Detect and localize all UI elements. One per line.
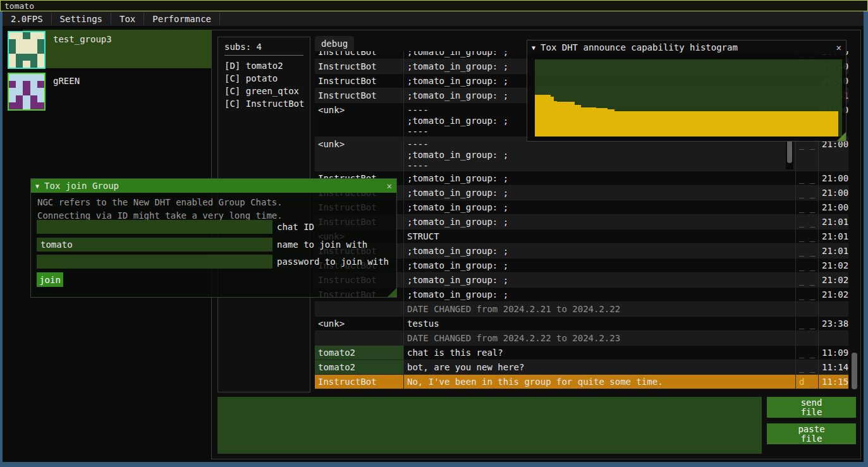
menu-bar: 2.0FPSSettingsToxPerformance [3, 11, 864, 26]
menu-separator [219, 13, 220, 25]
join-button[interactable]: join [37, 272, 63, 287]
chat-scrollbar[interactable] [852, 37, 857, 389]
delivery-indicator: _ _ [795, 171, 818, 185]
chat-row[interactable]: tomato2chat is this real?_ _11:09 [315, 346, 848, 360]
delivery-indicator: _ _ [795, 137, 818, 171]
date-change-row[interactable]: DATE CHANGED from 2024.2.21 to 2024.2.22 [315, 302, 848, 317]
menu-item-performance[interactable]: Performance [144, 11, 219, 26]
message-text: No, I've been in this group for quite so… [403, 375, 795, 389]
delivery-indicator: _ _ [795, 288, 818, 301]
join-name-input[interactable] [37, 238, 272, 252]
message-cell-scrollbar[interactable] [786, 139, 793, 169]
resize-grip[interactable] [388, 288, 396, 297]
delivery-indicator [795, 302, 818, 316]
member-item[interactable]: [C] InstructBot [224, 97, 303, 110]
join-group-titlebar[interactable]: ▼ Tox join Group ✕ [31, 179, 396, 193]
menu-item-2.0fps[interactable]: 2.0FPS [3, 11, 51, 26]
delivery-indicator: _ _ [795, 200, 818, 214]
resize-grip[interactable] [837, 132, 846, 141]
chat-row[interactable]: InstructBotNo, I've been in this group f… [315, 375, 848, 389]
group-avatar [8, 31, 46, 69]
message-text: ;tomato_in_group: ; [403, 200, 795, 214]
join-password-input[interactable] [37, 255, 272, 269]
message-time: 11:09 [818, 346, 848, 360]
message-input[interactable] [217, 397, 762, 454]
chat-row[interactable]: tomato2bot, are you new here?_ _11:14 [315, 360, 848, 375]
message-time: 21:02 [818, 273, 848, 287]
message-sender: InstructBot [315, 74, 403, 88]
delivery-indicator: _ _ [795, 229, 818, 243]
chat-id-input[interactable] [37, 220, 272, 234]
message-time: 21:01 [818, 244, 848, 258]
delivery-indicator: _ _ [795, 186, 818, 200]
message-text: ;tomato_in_group: ; [403, 171, 795, 185]
message-text: bot, are you new here? [403, 360, 795, 374]
message-time: 21:00 [818, 186, 848, 200]
message-sender: <unk> [315, 317, 403, 331]
message-text: chat is this real? [403, 346, 795, 360]
date-change-row[interactable]: DATE CHANGED from 2024.2.22 to 2024.2.23 [315, 331, 848, 346]
chat-scrollbar-thumb[interactable] [852, 353, 857, 389]
member-item[interactable]: [C] green_qtox [224, 85, 303, 97]
message-time: 11:15 [818, 375, 848, 389]
message-time: 21:02 [818, 258, 848, 272]
message-time: 23:38 [818, 317, 848, 331]
message-text: ;tomato_in_group: ; [403, 244, 795, 258]
member-item[interactable]: [C] potato [224, 72, 303, 85]
message-sender [315, 331, 403, 345]
message-time: 21:00 [818, 171, 848, 185]
menu-item-tox[interactable]: Tox [111, 11, 144, 26]
message-sender: tomato2 [315, 360, 403, 374]
dht-histogram-titlebar[interactable]: ▼ Tox DHT announce capability histogram … [527, 40, 846, 54]
group-avatar [8, 73, 46, 111]
chat-row[interactable]: <unk>---- ;tomato_in_group: ; ----_ _21:… [315, 137, 848, 171]
delivery-indicator: _ _ [795, 346, 818, 360]
message-sender: InstructBot [315, 375, 403, 389]
message-sender: InstructBot [315, 88, 403, 102]
delivery-indicator [795, 331, 818, 345]
members-separator [224, 55, 303, 56]
delivery-indicator: _ _ [795, 258, 818, 272]
dht-histogram-window: ▼ Tox DHT announce capability histogram … [527, 40, 847, 142]
message-sender: <unk> [315, 103, 403, 136]
message-time: 21:00 [818, 200, 848, 214]
message-sender [315, 302, 403, 316]
message-time: 11:14 [818, 360, 848, 374]
menu-item-settings[interactable]: Settings [52, 11, 111, 26]
member-item[interactable]: [D] tomato2 [224, 59, 303, 72]
join-group-window: ▼ Tox join Group ✕ NGC refers to the New… [30, 178, 397, 298]
join-name-label: name to join with [277, 238, 367, 252]
message-sender: InstructBot [315, 59, 403, 73]
close-icon[interactable]: ✕ [387, 181, 392, 191]
message-time [818, 302, 848, 316]
message-text: ---- ;tomato_in_group: ; ---- [403, 137, 795, 171]
histogram-bar [557, 102, 575, 136]
send-file-button[interactable]: send file [767, 397, 856, 418]
message-sender: InstructBot [315, 51, 403, 59]
window-title: tomato [4, 1, 34, 11]
message-text: ;tomato_in_group: ; [403, 288, 795, 301]
message-text: testus [403, 317, 795, 331]
group-name: gREEN [53, 76, 80, 86]
paste-file-button[interactable]: paste file [767, 423, 856, 444]
window-edge-bottom [0, 462, 868, 467]
collapse-icon[interactable]: ▼ [35, 183, 39, 190]
message-sender: <unk> [315, 137, 403, 171]
message-time: 21:01 [818, 215, 848, 229]
message-cell-scrollbar-thumb[interactable] [787, 140, 792, 163]
message-text: DATE CHANGED from 2024.2.22 to 2024.2.23 [403, 331, 795, 345]
message-text: ;tomato_in_group: ; [403, 186, 795, 200]
delivery-indicator: d _ [795, 375, 818, 389]
join-group-title: Tox join Group [44, 181, 382, 191]
message-text: DATE CHANGED from 2024.2.21 to 2024.2.22 [403, 302, 795, 316]
collapse-icon[interactable]: ▼ [532, 44, 535, 51]
window-titlebar[interactable]: tomato [0, 0, 868, 11]
message-time: 21:02 [818, 288, 848, 301]
chat-row[interactable]: <unk>testus_ _23:38 [315, 317, 848, 331]
message-time: 21:01 [818, 229, 848, 243]
histogram-bar [581, 107, 596, 136]
close-icon[interactable]: ✕ [836, 42, 841, 52]
tab-debug[interactable]: debug [315, 36, 354, 51]
delivery-indicator: _ _ [795, 244, 818, 258]
dht-histogram-plot [535, 59, 842, 136]
